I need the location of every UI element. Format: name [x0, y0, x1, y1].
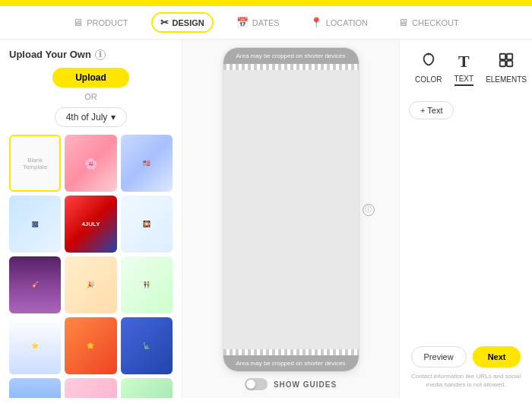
nav-design[interactable]: ✂ DESIGN — [151, 12, 214, 33]
disclaimer-text: Contact information like URLs and social… — [409, 372, 523, 389]
add-text-button[interactable]: + Text — [409, 101, 454, 119]
upload-button[interactable]: Upload — [52, 68, 129, 87]
phone-frame: Area may be cropped on shorter devices A… — [223, 47, 359, 372]
nav-checkout-label: CHECKOUT — [412, 18, 459, 27]
preview-info-icon[interactable]: ⓘ — [363, 204, 375, 216]
show-guides-label: SHOW GUIDES — [274, 380, 337, 389]
nav-product[interactable]: 🖥 PRODUCT — [65, 14, 135, 31]
crop-notice-top: Area may be cropped on shorter devices — [223, 48, 359, 64]
dates-icon: 📅 — [236, 17, 249, 28]
location-icon: 📍 — [310, 17, 322, 28]
chevron-down-icon: ▾ — [111, 112, 116, 122]
svg-rect-4 — [507, 61, 512, 66]
color-label: COLOR — [415, 75, 442, 85]
center-panel: Area may be cropped on shorter devices A… — [182, 40, 399, 398]
elements-label: ELEMENTS — [486, 75, 527, 85]
upload-title: Upload Your Own ℹ — [9, 49, 173, 60]
svg-rect-2 — [507, 54, 512, 59]
tool-color[interactable]: COLOR — [409, 49, 448, 89]
text-icon: T — [458, 52, 470, 72]
nav-design-label: DESIGN — [173, 18, 204, 27]
upload-info-icon: ℹ — [95, 49, 106, 60]
nav-product-label: PRODUCT — [87, 18, 128, 27]
category-dropdown[interactable]: 4th of July ▾ — [55, 107, 128, 127]
bottom-actions: Preview Next Contact information like UR… — [409, 346, 523, 389]
blank-label: Blank Template — [14, 157, 55, 170]
list-item[interactable]: 4JULY — [65, 196, 116, 253]
elements-icon — [498, 52, 515, 72]
list-item[interactable]: 🌿 — [121, 378, 173, 398]
star-decoration: 🌸 — [84, 157, 97, 170]
main-nav: 🖥 PRODUCT ✂ DESIGN 📅 DATES 📍 LOCATION 🖥 … — [0, 6, 532, 40]
phone-dashes-bottom — [223, 349, 359, 355]
design-icon: ✂ — [160, 17, 169, 28]
product-icon: 🖥 — [73, 17, 83, 28]
list-item[interactable]: 🎉 — [65, 256, 116, 313]
show-guides-control: SHOW GUIDES — [245, 378, 337, 390]
nav-dates-label: DATES — [252, 18, 280, 27]
template-blank[interactable]: Blank Template — [9, 135, 61, 192]
show-guides-toggle[interactable] — [245, 378, 268, 390]
main-layout: Upload Your Own ℹ Upload OR 4th of July … — [0, 40, 532, 398]
dropdown-label: 4th of July — [66, 112, 108, 122]
left-panel: Upload Your Own ℹ Upload OR 4th of July … — [0, 40, 182, 398]
action-buttons: Preview Next — [409, 346, 523, 367]
color-icon — [420, 52, 437, 72]
nav-dates[interactable]: 📅 DATES — [229, 14, 287, 31]
next-button[interactable]: Next — [473, 346, 521, 367]
nav-location[interactable]: 📍 LOCATION — [302, 14, 375, 31]
list-item[interactable]: 🔵 — [9, 378, 61, 398]
phone-content-area — [223, 70, 359, 349]
svg-rect-1 — [500, 54, 505, 59]
phone-dashes-top — [223, 64, 359, 70]
toggle-knob — [246, 380, 255, 389]
crop-notice-bottom: Area may be cropped on shorter devices — [223, 355, 359, 371]
preview-button[interactable]: Preview — [411, 346, 467, 367]
template-grid: Blank Template 🌸 🇺🇸 🎆 4JULY 🎇 🎸 — [9, 135, 173, 398]
tool-text[interactable]: T TEXT — [448, 49, 480, 89]
text-label: TEXT — [454, 75, 474, 86]
list-item[interactable]: 🎸 — [9, 256, 61, 313]
svg-rect-3 — [500, 61, 505, 66]
tool-elements[interactable]: ELEMENTS — [480, 49, 532, 89]
flag-decoration: 🇺🇸 — [143, 160, 150, 167]
nav-checkout[interactable]: 🖥 CHECKOUT — [391, 14, 467, 31]
list-item[interactable]: 🗽 — [121, 317, 173, 374]
list-item[interactable]: 🌺 — [65, 378, 116, 398]
phone-preview: Area may be cropped on shorter devices A… — [223, 47, 359, 372]
checkout-icon: 🖥 — [398, 17, 408, 28]
tools-row: COLOR T TEXT ELEMENTS — [409, 49, 523, 89]
list-item[interactable]: 🌟 — [65, 317, 116, 374]
or-divider: OR — [9, 92, 173, 101]
list-item[interactable]: ⭐ — [9, 317, 61, 374]
list-item[interactable]: 👫 — [121, 256, 173, 313]
nav-location-label: LOCATION — [326, 18, 368, 27]
right-panel: COLOR T TEXT ELEMENTS + Text — [399, 40, 532, 398]
list-item[interactable]: 🎇 — [121, 196, 173, 253]
top-yellow-bar — [0, 0, 532, 6]
list-item[interactable]: 🌸 — [65, 135, 116, 192]
list-item[interactable]: 🎆 — [9, 196, 61, 253]
list-item[interactable]: 🇺🇸 — [121, 135, 173, 192]
